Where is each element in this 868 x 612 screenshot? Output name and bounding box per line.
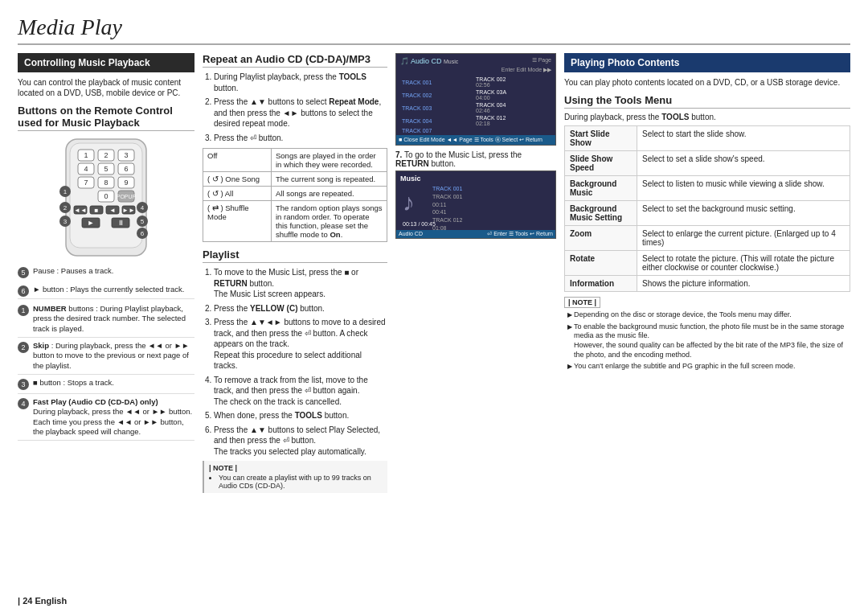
svg-text:8: 8 <box>104 179 108 187</box>
controlling-intro: You can control the playback of music co… <box>18 77 194 98</box>
controlling-header: Controlling Music Playback <box>18 53 194 72</box>
pause-text: Pause : Pauses a track. <box>33 266 113 278</box>
playlist-steps: To move to the Music List, press the ■ o… <box>203 267 387 372</box>
music-note-icon: ♪ <box>403 189 415 216</box>
svg-text:5: 5 <box>141 218 145 225</box>
svg-text:■: ■ <box>95 207 99 214</box>
remote-control-image: 1 2 3 4 5 6 7 8 9 <box>54 135 158 260</box>
repeat-table: Off Songs are played in the order in whi… <box>203 148 387 242</box>
table-row: ( ↺ ) One Song The current song is repea… <box>203 172 387 187</box>
repeat-steps: During Playlist playback, press the TOOL… <box>203 72 387 143</box>
list-item: You can't enlarge the subtitle and PG gr… <box>574 362 850 372</box>
svg-text:►►: ►► <box>122 207 135 214</box>
list-item: Press the YELLOW (C) button. <box>214 303 387 314</box>
photo-intro: You can play photo contents located on a… <box>564 77 850 88</box>
table-row: Off Songs are played in the order in whi… <box>203 149 387 172</box>
list-item: Depending on the disc or storage device,… <box>574 310 850 320</box>
col3-screens: 🎵 Audio CD Music ☰ Page Enter Edit Mode … <box>395 53 556 598</box>
svg-text:2: 2 <box>63 204 68 212</box>
audio-screen-bar: ■ Close Edit Mode ◄◄ Page ☰ Tools ⓔ Sele… <box>396 135 555 145</box>
col1-controlling: Controlling Music Playback You can contr… <box>18 53 194 598</box>
music-screen-bar: Audio CD ⏎ Enter ☰ Tools ↩ Return <box>396 230 555 238</box>
music-screen: Music ♪ TRACK 001 TRACK 001 00:11 00:41 … <box>395 170 556 239</box>
table-row: ( ⇄ ) Shuffle Mode The random option pla… <box>203 201 387 242</box>
svg-text:1: 1 <box>63 188 68 195</box>
list-item: 3 ■ button : Stops a track. <box>18 378 194 394</box>
list-item: To move to the Music List, press the ■ o… <box>214 267 387 300</box>
play-text: ► button : Plays the currently selected … <box>33 285 184 297</box>
page: Media Play Controlling Music Playback Yo… <box>0 0 868 612</box>
circle-5: 5 <box>18 267 29 278</box>
remote-subtitle: Buttons on the Remote Control used for M… <box>18 105 194 131</box>
svg-text:POPUP: POPUP <box>117 194 137 199</box>
audio-cd-screen: 🎵 Audio CD Music ☰ Page Enter Edit Mode … <box>395 53 556 146</box>
svg-text:4: 4 <box>84 165 88 173</box>
svg-text:0: 0 <box>104 192 108 200</box>
table-row: Zoom Select to enlarge the current pictu… <box>565 226 850 251</box>
col4-photo: Playing Photo Contents You can play phot… <box>564 53 850 598</box>
list-item: Press the ▲▼ buttons to select Repeat Mo… <box>214 97 387 129</box>
list-item: When done, press the TOOLS button. <box>214 410 387 421</box>
table-row: Start SlideShow Select to start the slid… <box>565 126 850 151</box>
svg-text:6: 6 <box>124 165 128 173</box>
photo-header: Playing Photo Contents <box>564 53 850 72</box>
col2-repeat-playlist: Repeat an Audio CD (CD-DA)/MP3 During Pl… <box>203 53 387 598</box>
remote-container: 1 2 3 4 5 6 7 8 9 <box>18 135 194 260</box>
list-item: Press the ⏎ button. <box>214 133 387 144</box>
photo-notes: | NOTE | Depending on the disc or storag… <box>564 297 850 372</box>
tools-table: Start SlideShow Select to start the slid… <box>564 125 850 292</box>
svg-text:3: 3 <box>63 218 68 225</box>
svg-text:1: 1 <box>84 151 88 159</box>
table-row: Slide ShowSpeed Select to set a slide sh… <box>565 151 850 176</box>
svg-text:►: ► <box>88 219 95 227</box>
list-item: To remove a track from the list, move to… <box>214 375 387 408</box>
svg-text:◄◄: ◄◄ <box>74 207 87 214</box>
svg-text:5: 5 <box>104 165 108 173</box>
table-row: Information Shows the picture informatio… <box>565 276 850 292</box>
list-item: Press the ▲▼ buttons to select Play Sele… <box>214 425 387 458</box>
numbered-items: 1 NUMBER buttons : During Playlist playb… <box>18 304 194 441</box>
main-content: Controlling Music Playback You can contr… <box>18 53 850 598</box>
playlist-steps-2: To remove a track from the list, move to… <box>203 375 387 458</box>
tools-menu-title: Using the Tools Menu <box>564 94 850 109</box>
tools-menu-note: During playback, press the TOOLS button. <box>564 113 850 121</box>
table-row: Rotate Select to rotate the picture. (Th… <box>565 251 850 276</box>
list-item: 2 Skip : During playback, press the ◄◄ o… <box>18 341 194 375</box>
svg-text:2: 2 <box>104 151 108 159</box>
svg-text:6: 6 <box>141 230 145 237</box>
svg-text:9: 9 <box>124 179 128 187</box>
table-row: ( ↺ ) All All songs are repeated. <box>203 187 387 201</box>
svg-text:4: 4 <box>141 204 145 212</box>
svg-text:3: 3 <box>124 151 128 159</box>
list-item: 1 NUMBER buttons : During Playlist playb… <box>18 304 194 338</box>
list-item: 4 Fast Play (Audio CD (CD-DA) only)Durin… <box>18 397 194 441</box>
svg-text:◄: ◄ <box>109 207 116 214</box>
repeat-title: Repeat an Audio CD (CD-DA)/MP3 <box>203 53 387 68</box>
play-item: 6 ► button : Plays the currently selecte… <box>18 283 194 299</box>
svg-text:⏸: ⏸ <box>117 219 125 227</box>
svg-text:7: 7 <box>84 179 88 187</box>
table-row: BackgroundMusic Select to listen to musi… <box>565 176 850 201</box>
page-title: Media Play <box>18 14 850 45</box>
list-item: Press the ▲▼◄► buttons to move to a desi… <box>214 317 387 372</box>
list-item: To enable the background music function,… <box>574 322 850 360</box>
list-item: During Playlist playback, press the TOOL… <box>214 72 387 93</box>
circle-6: 6 <box>18 285 29 297</box>
note-box: | NOTE | You can create a playlist with … <box>203 461 387 493</box>
pause-item: 5 Pause : Pauses a track. <box>18 265 194 280</box>
page-footer: | 24 English <box>18 596 67 606</box>
table-row: BackgroundMusic Setting Select to set th… <box>565 201 850 226</box>
playlist-title: Playlist <box>203 248 387 263</box>
